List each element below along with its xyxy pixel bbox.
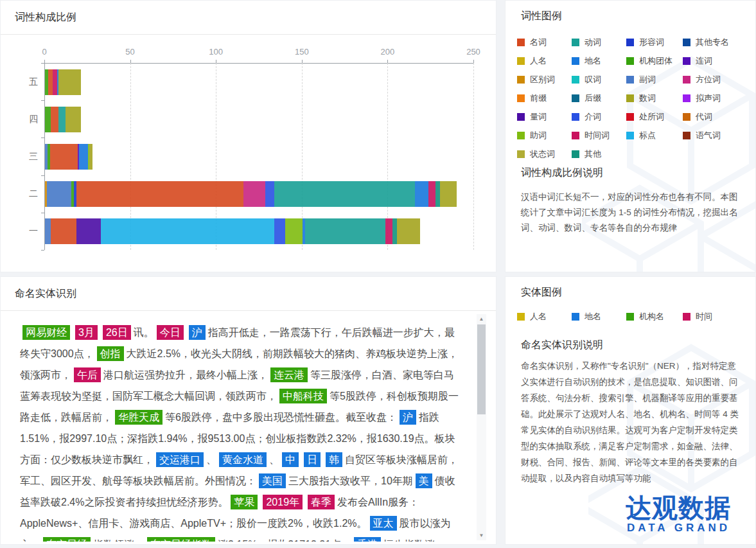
人名-color-swatch [517, 57, 525, 65]
pos-stacked-bar-chart: 050100150200250五四三二一 [1, 34, 496, 272]
bar-segment-数词[interactable] [58, 69, 81, 95]
数词-color-swatch [626, 94, 634, 102]
bar-segment-介词[interactable] [274, 218, 285, 244]
pos-legend-label: 后缀 [585, 93, 601, 104]
ner-annotated-text: 网易财经3月26日讯。今日沪指高开低走，一路震荡下行，午后跌幅进一步扩大，最终失… [20, 322, 463, 542]
stacked-bar [45, 144, 92, 170]
语气词-color-swatch [683, 132, 690, 139]
y-tick-mark [41, 213, 44, 213]
pos-chart-title: 词性构成比例 [15, 11, 76, 24]
pos-legend-item: 其他 [572, 150, 626, 158]
pos-legend-label: 状态词 [530, 148, 555, 160]
pos-legend-item: 介词 [572, 112, 626, 121]
category-label: 五 [6, 76, 38, 88]
y-tick-mark [41, 175, 44, 176]
bar-segment-时间词[interactable] [385, 218, 392, 244]
其他-color-swatch [572, 150, 579, 158]
scrollbar-up-button[interactable]: ▲ [477, 314, 486, 324]
pos-legend-label: 叹词 [585, 74, 601, 85]
pos-legend-label: 语气词 [696, 130, 721, 141]
bar-segment-介词[interactable] [265, 181, 274, 207]
stacked-bar [45, 69, 81, 95]
entity-token-loc: 沪 [400, 410, 416, 425]
拟声词-color-swatch [683, 94, 690, 102]
pos-desc-title: 词性构成比例说明 [521, 166, 603, 180]
动词-color-swatch [572, 39, 579, 46]
pos-legend-label: 副词 [639, 74, 656, 85]
机构团体-color-swatch [626, 57, 634, 65]
entity-token-loc: 美国 [259, 473, 286, 488]
ner-desc-text: 命名实体识别，又称作"专名识别"（NER），指对特定意义实体进行自动识别的技术，… [521, 358, 743, 486]
scrollbar-thumb[interactable] [477, 324, 486, 414]
bar-segment-名词[interactable] [51, 218, 76, 244]
entity-token-time: 26日 [103, 325, 131, 340]
状态词-color-swatch [517, 150, 525, 158]
entity-token-org: 东京日经指数 [147, 537, 215, 542]
entity-token-loc: 香港 [354, 537, 381, 542]
bar-segment-地名[interactable] [415, 181, 428, 207]
pos-legend-item: 拟声词 [683, 94, 729, 102]
x-tick-label: 250 [466, 47, 480, 57]
text-run: 三大股指大致收平，10年期 [288, 475, 413, 486]
bar-segment-助词[interactable] [285, 218, 303, 244]
bar-segment-名词[interactable] [51, 107, 58, 132]
pos-chart-panel: 词性构成比例 050100150200250五四三二一 [0, 0, 497, 272]
bar-segment-副词[interactable] [45, 218, 51, 244]
bar-segment-动词[interactable] [305, 218, 386, 244]
scrollbar-down-button[interactable]: ▼ [477, 531, 486, 540]
pos-legend-item: 标点 [626, 131, 683, 139]
entity-legend-grid: 人名地名机构名时间 [517, 312, 712, 321]
bar-segment-量词[interactable] [76, 218, 100, 244]
bar-segment-机构团体[interactable] [45, 107, 51, 132]
ner-header: 命名实体识别 [1, 277, 496, 311]
bar-segment-副词[interactable] [47, 181, 72, 207]
bar-segment-方位词[interactable] [243, 181, 266, 207]
bar-segment-标点[interactable] [101, 218, 274, 244]
bar-segment-其他[interactable] [435, 181, 440, 207]
x-tick-label: 50 [125, 47, 134, 57]
bar-segment-数词[interactable] [440, 181, 457, 207]
scrollbar[interactable]: ▲ ▼ [477, 314, 486, 540]
bar-segment-数词[interactable] [66, 107, 81, 132]
人名-color-swatch [517, 313, 525, 321]
entity-token-org: 苹果 [231, 495, 258, 509]
entity-legend-item: 地名 [572, 312, 626, 321]
entity-token-org: 华胜天成 [115, 410, 163, 425]
bar-segment-时间词[interactable] [53, 69, 57, 95]
bar-segment-名词[interactable] [76, 181, 243, 207]
bar-segment-名词[interactable] [50, 144, 78, 170]
副词-color-swatch [626, 76, 634, 84]
pos-legend-label: 地名 [585, 55, 601, 67]
pos-legend-label: 助词 [530, 130, 547, 141]
pos-legend-item: 方位词 [683, 75, 729, 84]
pos-legend-item: 人名 [517, 57, 572, 65]
pos-legend-item: 代词 [683, 112, 729, 121]
bar-segment-名词[interactable] [48, 69, 53, 95]
区别词-color-swatch [517, 76, 525, 84]
pos-legend-item: 动词 [572, 38, 626, 46]
gridline [473, 63, 474, 250]
bar-segment-数词[interactable] [89, 144, 92, 170]
entity-token-org: 中船科技 [279, 389, 327, 403]
pos-legend-item: 后缀 [572, 94, 626, 102]
pos-legend-item: 状态词 [517, 150, 572, 158]
pos-legend-item: 机构团体 [626, 57, 683, 65]
时间词-color-swatch [572, 132, 579, 139]
pos-legend-label: 量词 [530, 111, 547, 123]
text-run: 等6股跌停，盘中多股出现恐慌性砸盘。截至收盘： [165, 412, 397, 423]
datagrand-logo-en: DATA GRAND [627, 522, 730, 535]
ner-title: 命名实体识别 [15, 287, 76, 301]
entity-token-time: 午后 [74, 367, 101, 382]
bar-segment-动词[interactable] [274, 181, 415, 207]
pos-legend-item: 语气词 [683, 131, 729, 139]
x-axis-line [44, 63, 473, 64]
category-label: 三 [6, 151, 38, 163]
bar-segment-动词[interactable] [58, 107, 66, 132]
entity-token-loc: 美 [416, 473, 432, 488]
bar-segment-其他[interactable] [392, 218, 397, 244]
bar-segment-地名[interactable] [79, 144, 87, 170]
bar-segment-时间词[interactable] [428, 181, 435, 207]
连词-color-swatch [683, 57, 690, 65]
bar-segment-数词[interactable] [397, 218, 420, 244]
时间-color-swatch [683, 313, 690, 321]
